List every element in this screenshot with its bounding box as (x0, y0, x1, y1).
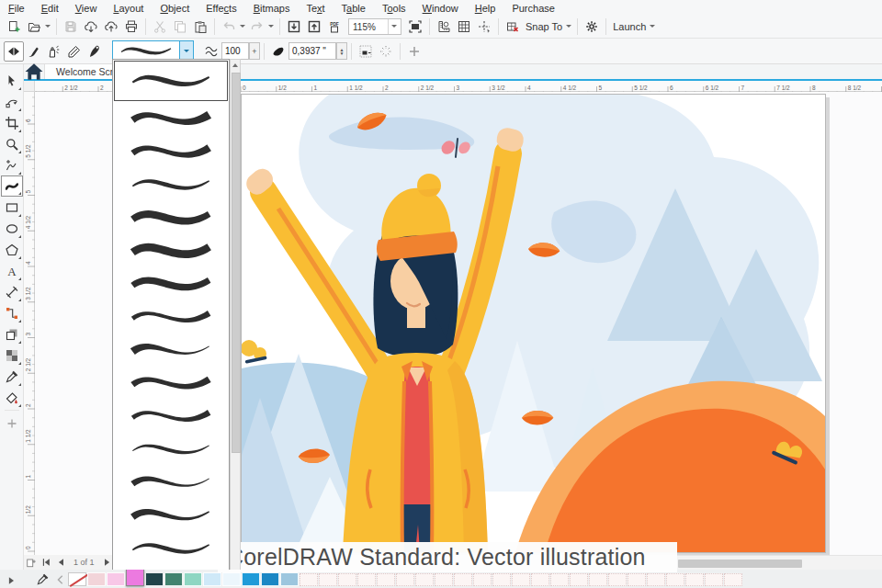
media-mode-calligraphic[interactable] (64, 41, 85, 62)
empty-palette-well[interactable] (589, 573, 607, 586)
empty-palette-well[interactable] (454, 573, 472, 586)
drawing-page[interactable] (241, 94, 826, 553)
empty-palette-well[interactable] (396, 573, 414, 586)
stroke-option-preset-stroke-10[interactable] (113, 367, 229, 400)
empty-palette-well[interactable] (319, 573, 337, 586)
dropdown-scrollbar-thumb[interactable] (232, 73, 241, 453)
menu-help[interactable]: Help (467, 3, 504, 14)
show-guidelines-button[interactable] (474, 17, 494, 37)
menu-table[interactable]: Table (334, 3, 374, 14)
empty-palette-well[interactable] (570, 573, 588, 586)
stroke-option-preset-stroke-9[interactable] (113, 334, 229, 367)
empty-palette-well[interactable] (724, 573, 742, 586)
tool-pick[interactable] (2, 70, 22, 91)
tool-text[interactable]: A (2, 260, 22, 281)
media-mode-brush[interactable] (24, 41, 44, 62)
tool-zoom[interactable] (2, 133, 22, 154)
stroke-option-preset-stroke-8[interactable] (113, 300, 229, 334)
palette-flyout-button[interactable] (6, 573, 17, 584)
empty-palette-well[interactable] (338, 573, 356, 586)
undo-button[interactable] (219, 17, 239, 37)
stroke-option-preset-stroke-6[interactable] (113, 234, 229, 267)
tool-customize-add[interactable] (2, 413, 22, 434)
empty-palette-well[interactable] (357, 573, 376, 586)
vertical-ruler[interactable]: 01/211 1/222 1/233 1/244 1/255 1/26 (24, 92, 35, 555)
save-to-cloud-button[interactable] (101, 17, 121, 37)
empty-palette-well[interactable] (492, 573, 511, 586)
tool-ellipse[interactable] (2, 218, 22, 239)
tool-rectangle[interactable] (2, 197, 22, 218)
swatch-light-pink[interactable] (87, 572, 106, 586)
stroke-width-input[interactable] (288, 42, 336, 60)
border-offset-button[interactable] (356, 41, 376, 62)
empty-palette-well[interactable] (473, 573, 492, 586)
show-rulers-button[interactable] (434, 17, 454, 37)
options-button[interactable] (582, 17, 602, 37)
swatch-pink[interactable] (107, 572, 125, 586)
tool-shape[interactable] (2, 91, 22, 112)
smoothing-input[interactable] (221, 42, 249, 60)
tool-interactive-fill[interactable] (2, 387, 22, 408)
swatch-light-blue[interactable] (203, 572, 221, 586)
launch-dropdown[interactable]: Launch (610, 21, 657, 32)
empty-palette-well[interactable] (550, 573, 569, 586)
menu-file[interactable]: File (0, 3, 33, 14)
dropdown-scrollbar[interactable] (230, 59, 241, 570)
swatch-sea-green[interactable] (164, 572, 183, 586)
tool-drop-shadow[interactable] (2, 323, 22, 345)
swatch-magenta[interactable] (126, 569, 144, 586)
scrollbar-thumb[interactable] (678, 560, 802, 568)
print-button[interactable] (121, 17, 141, 37)
welcome-home-icon[interactable] (24, 64, 44, 79)
stroke-option-preset-stroke-7[interactable] (113, 267, 229, 300)
empty-palette-well[interactable] (435, 573, 453, 586)
stroke-option-preset-stroke-12[interactable] (113, 433, 229, 466)
empty-palette-well[interactable] (685, 573, 704, 586)
show-grid-button[interactable] (454, 17, 474, 37)
stroke-option-preset-stroke-3[interactable] (113, 135, 229, 168)
copy-button[interactable] (170, 17, 190, 37)
empty-palette-well[interactable] (377, 573, 395, 586)
swatch-light-teal[interactable] (184, 572, 202, 586)
stroke-option-preset-stroke-1[interactable] (114, 61, 228, 101)
empty-palette-well[interactable] (531, 573, 549, 586)
cut-button[interactable] (150, 17, 170, 37)
menu-layout[interactable]: Layout (105, 3, 152, 14)
open-button[interactable] (24, 17, 44, 37)
swatch-no-fill[interactable] (68, 572, 86, 586)
stroke-width-spinner[interactable]: ▲▼ (336, 42, 347, 60)
stroke-option-preset-stroke-15[interactable] (113, 532, 229, 565)
stroke-option-preset-stroke-5[interactable] (113, 201, 229, 234)
menu-purchase[interactable]: Purchase (503, 3, 562, 14)
tool-polygon[interactable] (2, 239, 22, 260)
smoothing-slider-button[interactable]: + (249, 42, 260, 60)
empty-palette-well[interactable] (608, 573, 627, 586)
menu-effects[interactable]: Effects (198, 3, 244, 14)
snap-disabled-button[interactable] (503, 17, 523, 37)
plus-pb-button[interactable] (404, 41, 424, 62)
publish-to-pdf-button[interactable]: PDF (324, 17, 345, 37)
empty-palette-well[interactable] (300, 573, 318, 586)
tool-crop[interactable] (2, 112, 22, 133)
tool-artistic-media[interactable] (1, 175, 23, 197)
swatch-pale-blue[interactable] (222, 572, 241, 586)
empty-palette-well[interactable] (647, 573, 665, 586)
menu-bitmaps[interactable]: Bitmaps (245, 3, 299, 14)
scroll-up-arrow[interactable] (231, 60, 240, 71)
previous-page-button[interactable] (53, 557, 68, 568)
empty-palette-well[interactable] (512, 573, 530, 586)
tool-freehand[interactable] (2, 154, 22, 175)
menu-window[interactable]: Window (414, 3, 467, 14)
redo-button[interactable] (247, 17, 267, 37)
tool-color-eyedropper[interactable] (2, 366, 22, 387)
export-button[interactable] (304, 17, 324, 37)
empty-palette-well[interactable] (666, 573, 684, 586)
swatch-steel-blue[interactable] (280, 572, 299, 586)
menu-view[interactable]: View (67, 3, 106, 14)
palette-eyedropper-icon[interactable] (37, 572, 49, 584)
menu-tools[interactable]: Tools (374, 3, 414, 14)
stroke-option-preset-stroke-4[interactable] (113, 168, 229, 201)
swatch-medium-blue[interactable] (261, 572, 279, 586)
zoom-combo-arrow[interactable] (388, 19, 401, 34)
tool-transparency[interactable] (2, 345, 22, 366)
